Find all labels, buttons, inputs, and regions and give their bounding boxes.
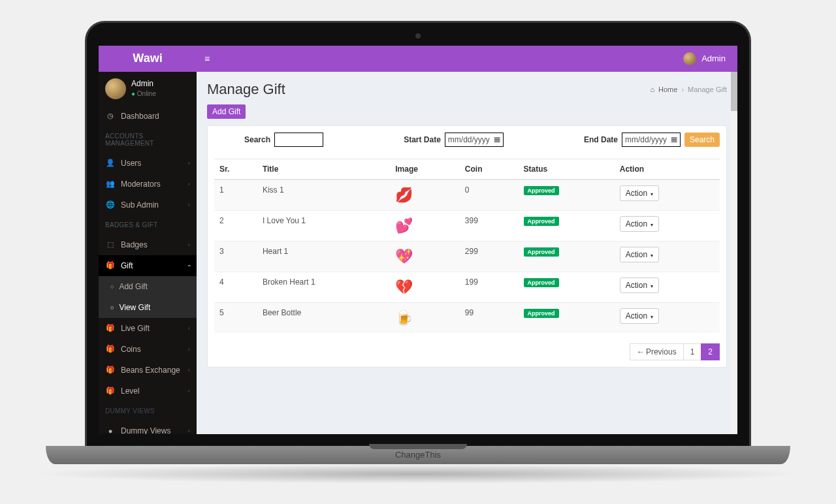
page-prev[interactable]: ←Previous xyxy=(630,343,684,360)
cell-status: Approved xyxy=(519,210,615,241)
filter-bar: Search Start Date mm/dd/yyyy ▦ xyxy=(214,133,720,147)
scrollbar-thumb[interactable] xyxy=(731,72,737,111)
sidebar-item-moderators[interactable]: 👥 Moderators ‹ xyxy=(99,174,197,195)
cell-action: Action ▾ xyxy=(615,210,720,241)
sidebar-item-label: Dashboard xyxy=(121,112,159,121)
sidebar-item-dashboard[interactable]: ◷ Dashboard xyxy=(99,106,197,127)
sidebar-item-label: Add Gift xyxy=(119,282,147,291)
chevron-icon: ‹ xyxy=(188,346,190,353)
search-button[interactable]: Search xyxy=(684,133,720,147)
cell-coin: 99 xyxy=(460,302,519,333)
sidebar-item-coins[interactable]: 🎁 Coins ‹ xyxy=(99,339,197,360)
sidebar-item-label: Coins xyxy=(121,345,141,354)
end-date-label: End Date xyxy=(584,135,618,144)
scrollbar[interactable] xyxy=(731,72,737,434)
user-panel: Admin Online xyxy=(99,72,197,106)
cell-sr: 4 xyxy=(214,272,257,302)
card: Search Start Date mm/dd/yyyy ▦ xyxy=(207,125,727,368)
sidebar-item-label: View Gift xyxy=(119,303,150,312)
device-label: ChangeThis xyxy=(395,450,441,460)
status-badge: Approved xyxy=(524,278,559,287)
table-row: 4Broken Heart 1💔199ApprovedAction ▾ xyxy=(214,272,720,302)
sidebar-item-label: Level xyxy=(121,386,140,396)
app-root: Wawi ≡ Admin Admin Online xyxy=(99,46,737,434)
gift-table: Sr. Title Image Coin Status Action xyxy=(214,159,720,333)
page-2[interactable]: 2 xyxy=(701,343,720,360)
brand-logo[interactable]: Wawi xyxy=(99,46,197,72)
action-dropdown[interactable]: Action ▾ xyxy=(620,277,660,293)
topbar-user[interactable]: Admin xyxy=(701,54,726,63)
cell-sr: 3 xyxy=(214,241,257,272)
exchange-icon: 🎁 xyxy=(105,366,116,374)
sidebar-item-badges[interactable]: ⬚ Badges ‹ xyxy=(99,234,197,255)
laptop-mockup: Wawi ≡ Admin Admin Online xyxy=(85,21,751,484)
breadcrumb: ⌂ Home › Manage Gift xyxy=(650,86,727,93)
laptop-shadow xyxy=(33,464,803,484)
sidebar-section-dummy: Dummy Views xyxy=(99,402,197,420)
start-date-label: Start Date xyxy=(404,135,441,144)
chevron-down-icon: ‹ xyxy=(186,264,193,266)
caret-down-icon: ▾ xyxy=(651,253,653,259)
cell-status: Approved xyxy=(519,272,615,302)
topbar: Wawi ≡ Admin xyxy=(99,46,737,72)
action-dropdown[interactable]: Action ▾ xyxy=(620,308,660,324)
th-title: Title xyxy=(257,159,390,180)
coin-icon: 🎁 xyxy=(105,345,116,353)
chevron-icon: ‹ xyxy=(188,325,190,332)
chevron-icon: ‹ xyxy=(188,181,190,187)
end-date-input[interactable]: mm/dd/yyyy ▦ xyxy=(622,133,681,147)
cell-image: 💔 xyxy=(390,272,460,302)
users-icon: 👥 xyxy=(105,180,116,188)
sidebar-item-live-gift[interactable]: 🎁 Live Gift ‹ xyxy=(99,318,197,339)
page-1[interactable]: 1 xyxy=(683,343,702,360)
avatar-icon[interactable] xyxy=(683,52,696,65)
cell-sr: 5 xyxy=(214,302,257,333)
sidebar-sub-add-gift[interactable]: Add Gift xyxy=(99,276,197,297)
cell-sr: 2 xyxy=(214,210,257,241)
add-gift-button[interactable]: Add Gift xyxy=(207,104,246,119)
action-dropdown[interactable]: Action ▾ xyxy=(620,216,660,232)
start-date-input[interactable]: mm/dd/yyyy ▦ xyxy=(445,133,504,147)
breadcrumb-home[interactable]: Home xyxy=(658,86,677,93)
dashboard-icon: ◷ xyxy=(105,112,116,120)
action-dropdown[interactable]: Action ▾ xyxy=(620,247,660,262)
sidebar-item-gift[interactable]: 🎁 Gift ‹ xyxy=(99,255,197,276)
sidebar-item-label: Users xyxy=(121,159,141,168)
cell-title: Broken Heart 1 xyxy=(257,272,390,302)
cell-coin: 399 xyxy=(460,210,519,241)
cell-status: Approved xyxy=(519,302,615,333)
th-action: Action xyxy=(615,159,720,180)
sidebar-item-dummy[interactable]: ● Dummy Views ‹ xyxy=(99,420,197,434)
table-row: 3Heart 1💖299ApprovedAction ▾ xyxy=(214,241,720,272)
action-dropdown[interactable]: Action ▾ xyxy=(620,185,660,201)
search-input[interactable] xyxy=(274,133,323,147)
sidebar-item-subadmin[interactable]: 🌐 Sub Admin ‹ xyxy=(99,195,197,215)
cell-title: Heart 1 xyxy=(257,241,390,272)
sidebar-item-label: Live Gift xyxy=(121,324,150,333)
table-row: 2I Love You 1💕399ApprovedAction ▾ xyxy=(214,210,720,241)
sidebar-item-label: Moderators xyxy=(121,180,161,189)
hamburger-icon[interactable]: ≡ xyxy=(197,54,217,64)
sidebar-item-beans[interactable]: 🎁 Beans Exchange ‹ xyxy=(99,360,197,381)
sidebar-sub-view-gift[interactable]: View Gift xyxy=(99,297,197,318)
sidebar-item-level[interactable]: 🎁 Level ‹ xyxy=(99,381,197,402)
cell-status: Approved xyxy=(519,180,615,211)
sidebar-section-accounts: ACCOUNTS MANAGEMENT xyxy=(99,127,197,153)
chevron-icon: ‹ xyxy=(188,202,190,208)
sidebar-item-label: Sub Admin xyxy=(121,200,159,210)
chevron-icon: ‹ xyxy=(188,428,190,434)
table-row: 1Kiss 1💋0ApprovedAction ▾ xyxy=(214,180,720,211)
status-badge: Approved xyxy=(524,247,559,257)
chevron-icon: ‹ xyxy=(188,388,190,394)
home-icon: ⌂ xyxy=(650,86,654,93)
cell-action: Action ▾ xyxy=(615,180,720,211)
sidebar-item-users[interactable]: 👤 Users ‹ xyxy=(99,153,197,174)
table-row: 5Beer Bottle🍺99ApprovedAction ▾ xyxy=(214,302,720,333)
calendar-icon: ▦ xyxy=(494,135,500,144)
chevron-icon: ‹ xyxy=(188,160,190,166)
level-icon: 🎁 xyxy=(105,386,116,395)
page-title: Manage Gift xyxy=(207,81,285,98)
date-placeholder: mm/dd/yyyy xyxy=(625,135,667,144)
status-badge: Approved xyxy=(524,309,559,318)
cell-coin: 199 xyxy=(460,272,519,302)
